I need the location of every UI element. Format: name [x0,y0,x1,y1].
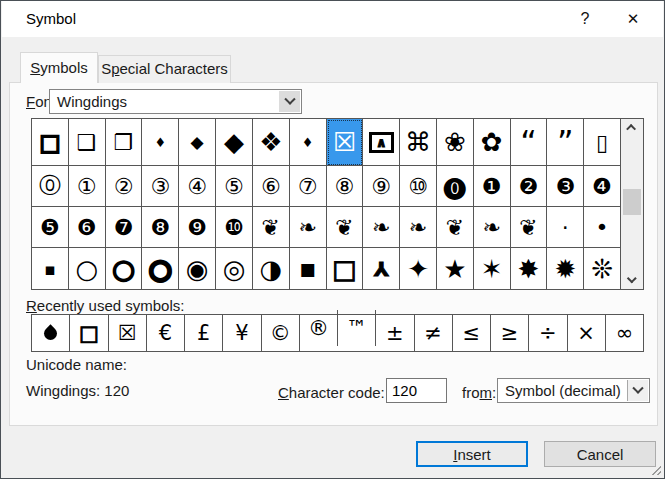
symbol-cell[interactable]: ❧ [474,207,511,248]
symbol-cell[interactable]: ❊ [584,248,621,289]
symbol-cell[interactable]: ❧ [400,207,437,248]
close-button[interactable]: ✕ [617,1,649,37]
from-label: from: [462,384,496,401]
symbol-cell[interactable]: ❀ [437,119,474,166]
symbol-cell[interactable]: ❖ [253,119,290,166]
symbol-cell[interactable]: ❻ [69,207,106,248]
recent-symbol-cell[interactable]: ¥ [223,315,261,351]
recent-symbol-cell[interactable]: ± [376,315,414,351]
symbol-cell[interactable]: ❸ [547,166,584,207]
symbol-cell[interactable]: ⓪ [32,166,69,207]
symbol-cell[interactable]: • [584,207,621,248]
symbol-cell[interactable]: ◉ [179,248,216,289]
symbol-cell[interactable]: ✿ [474,119,511,166]
symbol-cell[interactable]: ⑦ [290,166,327,207]
recent-symbol-cell[interactable]: £ [185,315,223,351]
symbol-cell[interactable]: ❑ [69,119,106,166]
symbol-cell[interactable]: ⑨ [363,166,400,207]
symbol-cell[interactable]: □ [327,248,364,289]
symbol-cell[interactable]: ♦ [290,119,327,166]
symbol-cell[interactable]: ② [106,166,143,207]
from-combobox[interactable]: Symbol (decimal) [497,378,650,403]
recent-symbol-cell[interactable]: © [262,315,300,351]
symbol-cell[interactable]: ♦ [142,119,179,166]
symbol-cell[interactable]: ① [69,166,106,207]
help-button[interactable]: ? [569,1,601,37]
symbol-cell[interactable]: ❷ [511,166,548,207]
recent-symbol-cell[interactable]: □ [70,315,108,351]
recent-symbol-cell[interactable]: ÷ [529,315,567,351]
symbol-cell[interactable]: ∧ [363,119,400,166]
symbol-cell[interactable]: ❽ [142,207,179,248]
from-combobox-dropdown-button[interactable] [627,380,648,401]
symbol-cell[interactable]: ❦ [437,207,474,248]
symbol-grid: □❑❐♦◆◆❖♦☒∧⌘❀✿“”▯⓪①②③④⑤⑥⑦⑧⑨⑩⓿❶❷❸❹❺❻❼❽❾❿❦❧… [31,118,644,290]
symbol-cell[interactable]: ✦ [400,248,437,289]
symbol-cell[interactable]: ③ [142,166,179,207]
symbol-cell[interactable]: ⑤ [216,166,253,207]
insert-button[interactable]: Insert [416,441,528,467]
symbol-cell[interactable]: ⓿ [437,166,474,207]
symbol-cell[interactable]: ◎ [216,248,253,289]
tab-special-characters[interactable]: Special Characters [98,55,231,83]
recent-symbol-cell[interactable]: ≥ [491,315,529,351]
symbol-cell[interactable]: ❧ [363,207,400,248]
symbol-cell[interactable]: Y [363,248,400,289]
recent-symbol-cell[interactable]: ™ [338,310,376,346]
symbol-cell[interactable]: ⌘ [400,119,437,166]
symbol-cell-selected[interactable]: ☒ [327,119,364,166]
symbol-cell[interactable]: ❐ [106,119,143,166]
symbol-cell[interactable]: ❦ [327,207,364,248]
tab-symbols[interactable]: Symbols [20,52,98,83]
scrollbar-thumb[interactable] [623,189,641,215]
symbol-cell[interactable]: ⑧ [327,166,364,207]
recent-symbol-cell[interactable]: € [147,315,185,351]
symbol-cell[interactable]: ❦ [511,207,548,248]
recent-symbol-cell[interactable]: × [568,315,606,351]
symbol-cell[interactable]: ▪ [32,248,69,289]
symbol-cell[interactable]: ◆ [216,119,253,166]
symbol-cell[interactable]: □ [32,119,69,166]
symbol-cell[interactable]: ◆ [179,119,216,166]
recent-symbol-cell[interactable]: ® [300,310,338,346]
symbol-cell[interactable]: ★ [437,248,474,289]
symbol-cell[interactable]: ❹ [584,166,621,207]
symbol-cell[interactable]: ❶ [474,166,511,207]
symbol-cell[interactable]: ○ [106,248,143,289]
symbol-cell[interactable]: ❧ [290,207,327,248]
symbol-cell[interactable]: ✹ [547,248,584,289]
symbol-cell[interactable]: ▯ [584,119,621,166]
character-code-input[interactable] [386,378,447,403]
symbol-cell[interactable]: ✸ [511,248,548,289]
chevron-down-icon [626,273,636,283]
symbol-cell[interactable]: ○ [142,248,179,289]
symbol-grid-scrollbar[interactable] [621,119,643,289]
symbol-cell[interactable]: ” [547,119,584,166]
symbol-cell[interactable]: ④ [179,166,216,207]
symbol-cell[interactable]: · [547,207,584,248]
symbol-grid-row: ⓪①②③④⑤⑥⑦⑧⑨⑩⓿❶❷❸❹ [32,166,621,207]
scroll-up-button[interactable] [621,119,643,136]
symbol-cell[interactable]: ⑥ [253,166,290,207]
recent-symbol-cell[interactable]: ≠ [415,315,453,351]
symbol-cell[interactable]: ◑ [253,248,290,289]
symbol-cell[interactable]: ❿ [216,207,253,248]
symbol-cell[interactable]: ■ [290,248,327,289]
font-combobox[interactable]: Wingdings [49,89,302,114]
symbol-cell[interactable]: ✶ [474,248,511,289]
symbol-cell[interactable]: ❺ [32,207,69,248]
scroll-down-button[interactable] [621,272,643,289]
symbol-cell[interactable]: ❼ [106,207,143,248]
recent-symbol-cell[interactable]: ☒ [109,315,147,351]
symbol-cell[interactable]: ❦ [253,207,290,248]
recent-symbol-cell[interactable] [32,315,70,351]
symbol-cell[interactable]: ⑩ [400,166,437,207]
font-combobox-dropdown-button[interactable] [279,91,300,112]
cancel-button[interactable]: Cancel [544,441,656,467]
recent-symbol-cell[interactable]: ≤ [453,315,491,351]
recent-symbol-cell[interactable]: ∞ [606,315,643,351]
symbol-cell[interactable]: ❾ [179,207,216,248]
symbol-cell[interactable]: “ [511,119,548,166]
symbol-cell[interactable]: ○ [69,248,106,289]
boxed-caret-icon: ∧ [369,132,394,153]
